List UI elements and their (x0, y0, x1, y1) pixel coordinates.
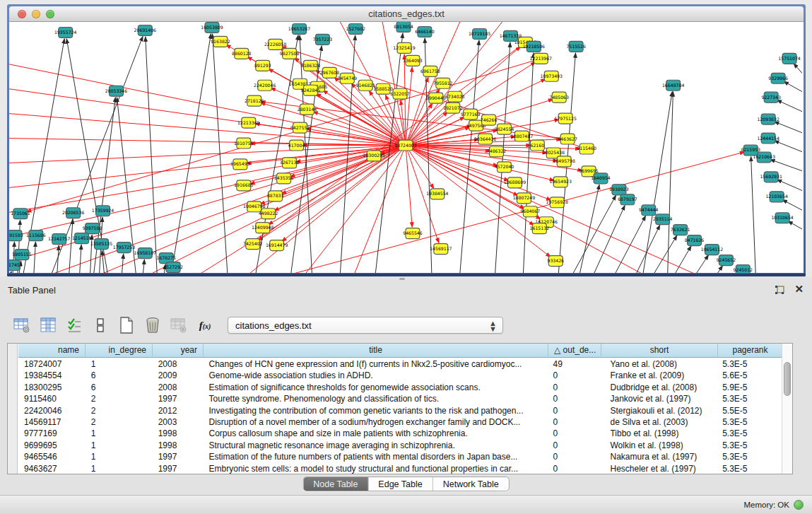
table-row[interactable]: 969969511998Structural magnetic resonanc… (18, 440, 782, 451)
network-node[interactable]: 1615132 (530, 223, 550, 234)
network-node[interactable]: 12409948 (252, 223, 273, 233)
tab-node-table[interactable]: Node Table (303, 477, 367, 491)
tab-edge-table[interactable]: Edge Table (367, 477, 432, 491)
network-node[interactable]: 10719185 (469, 28, 490, 39)
float-panel-icon[interactable] (773, 284, 786, 297)
network-node[interactable]: 8417455 (9, 260, 23, 271)
table-row[interactable]: 1938455462009Genome-wide association stu… (18, 370, 782, 381)
column-visibility-button[interactable] (37, 315, 59, 336)
table-row[interactable]: 977716911998Corpus callosum shape and si… (18, 428, 782, 439)
network-node[interactable]: 8860128 (232, 48, 252, 59)
network-node[interactable]: 1916685 (234, 180, 254, 191)
column-header-in_degree[interactable]: in_degree (86, 344, 153, 358)
table-row[interactable]: 946554611997Estimation of the future num… (18, 451, 782, 462)
network-node[interactable]: 1435356 (274, 173, 294, 184)
network-node[interactable]: 7486322 (487, 146, 507, 157)
network-node[interactable]: 7955812 (433, 78, 453, 88)
network-node[interactable]: 16914479 (266, 240, 288, 251)
network-node[interactable]: 17359924 (92, 206, 114, 216)
network-node[interactable]: 7515526 (566, 41, 586, 52)
network-node[interactable]: 19654923 (550, 177, 572, 187)
network-node[interactable]: 3267130 (280, 158, 300, 168)
column-header-short[interactable]: short (601, 344, 718, 358)
delete-table-button[interactable] (168, 315, 189, 336)
table-row[interactable]: 1830029562008Estimation of significance … (18, 382, 782, 393)
network-node[interactable]: 9474444 (639, 205, 659, 216)
column-header-pagerank[interactable]: pagerank (718, 344, 783, 358)
network-node[interactable]: 9242845 (301, 85, 321, 95)
network-node[interactable]: 891293 (254, 60, 271, 71)
network-node[interactable]: 8427552 (290, 122, 310, 133)
network-node[interactable]: 9990448 (426, 93, 446, 103)
network-node[interactable]: 887833 (267, 191, 284, 201)
function-builder-button[interactable]: f(x) (194, 315, 216, 336)
network-node[interactable]: 19756928 (546, 197, 568, 208)
network-node[interactable]: 6961758 (420, 66, 440, 76)
column-header-out_de[interactable]: △ out_de... (548, 344, 601, 358)
network-node[interactable]: 391593 (9, 230, 23, 241)
network-node[interactable]: 2718126 (245, 95, 264, 106)
table-row[interactable]: 1872400712008Changes of HCN gene express… (18, 358, 782, 370)
network-node[interactable]: 9329966 (768, 73, 788, 83)
close-panel-icon[interactable]: ✕ (794, 283, 804, 296)
network-node[interactable]: 1921072 (443, 103, 463, 113)
network-node[interactable]: 12325419 (393, 42, 415, 53)
network-node[interactable]: 1214519 (72, 233, 92, 244)
network-node[interactable]: 10654112 (701, 245, 723, 255)
network-node[interactable]: 12093832 (757, 114, 779, 124)
network-node[interactable]: 9245652 (717, 255, 736, 266)
network-node[interactable]: 8215953 (741, 145, 761, 156)
network-node[interactable]: 7485063 (549, 92, 569, 103)
column-header-title[interactable]: title (204, 344, 548, 358)
network-node[interactable]: 9463627 (558, 134, 577, 144)
network-node[interactable]: 12444154 (757, 133, 779, 144)
network-node[interactable]: 12103654 (765, 192, 787, 202)
network-node[interactable]: 20206536 (62, 208, 84, 218)
network-node[interactable]: 16648784 (662, 80, 684, 90)
network-node[interactable]: 5905155 (12, 250, 32, 260)
memory-status-indicator[interactable] (794, 500, 804, 510)
network-node[interactable]: 8471626 (685, 235, 705, 246)
network-node[interactable]: 7425402 (243, 239, 263, 250)
network-node[interactable]: 9146821 (355, 80, 375, 90)
network-node[interactable]: 746266 (481, 115, 498, 125)
table-row[interactable]: 946362711997Embryonic stem cells: a mode… (18, 463, 782, 474)
network-node[interactable]: 1364093 (403, 55, 423, 66)
network-node[interactable]: 8813054 (394, 22, 413, 32)
network-canvas[interactable]: 1872400718300295193845549163822886012889… (9, 22, 804, 273)
row-mode-button[interactable] (90, 315, 111, 336)
network-node[interactable]: 14569117 (430, 244, 452, 255)
table-row[interactable]: 2242004622012Investigating the contribut… (18, 405, 782, 416)
network-node[interactable]: 16958107 (134, 248, 156, 259)
network-node[interactable]: 20053346 (105, 86, 127, 96)
delete-columns-button[interactable] (142, 315, 163, 336)
network-node[interactable]: 1527602 (346, 23, 366, 34)
network-window-titlebar[interactable]: citations_edges.txt (9, 6, 804, 22)
tab-network-table[interactable]: Network Table (433, 477, 509, 491)
network-node[interactable]: 4498222 (259, 209, 278, 219)
network-node[interactable]: 9397588 (83, 223, 102, 234)
network-node[interactable]: 933426 (547, 256, 564, 267)
column-header-name[interactable]: name (18, 344, 86, 358)
network-node[interactable]: 6322057 (390, 88, 410, 99)
network-node[interactable]: 1965493 (230, 159, 250, 170)
network-node[interactable]: 22226058 (264, 39, 286, 49)
network-node[interactable]: 12213369 (237, 117, 259, 128)
network-node[interactable]: 9115460 (577, 144, 596, 154)
network-node[interactable]: 15751074 (778, 53, 800, 64)
network-node[interactable]: 62160 (530, 140, 544, 151)
network-node[interactable]: 6527292 (163, 262, 183, 273)
network-node[interactable]: 9465546 (403, 228, 423, 239)
table-row[interactable]: 911546021997Tourette syndrome. Phenomeno… (18, 393, 782, 404)
network-node[interactable]: 10688609 (504, 177, 526, 188)
scrollbar-thumb[interactable] (784, 362, 791, 396)
table-scrollbar[interactable] (782, 344, 792, 474)
network-node[interactable]: 4572040 (495, 162, 514, 173)
network-node[interactable]: 8186328 (301, 60, 321, 71)
network-node[interactable]: 12142757 (48, 234, 70, 245)
network-node[interactable]: 9684067 (521, 206, 541, 217)
network-node[interactable]: 20691406 (134, 25, 156, 35)
network-node[interactable]: 9227343 (761, 92, 781, 103)
network-node[interactable]: 6466140 (415, 26, 435, 37)
network-node[interactable]: 9245012 (734, 265, 753, 273)
